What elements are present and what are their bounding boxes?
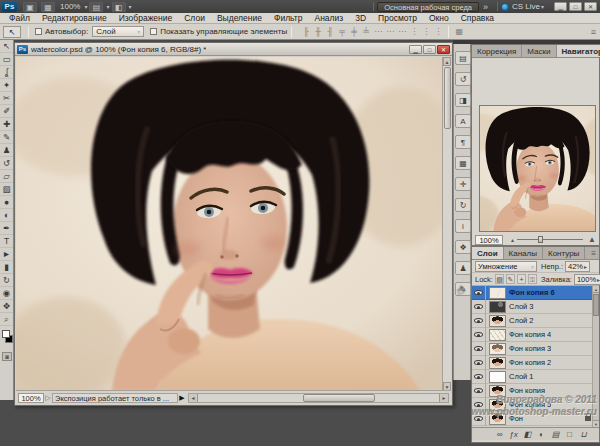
menu-item[interactable]: Редактирование (36, 13, 113, 24)
align-right-icon[interactable]: ╢ (325, 26, 335, 37)
lock-all-icon[interactable]: ⚿ (528, 274, 537, 284)
menu-item[interactable]: Файл (3, 13, 36, 24)
app-maximize-button[interactable]: □ (569, 2, 582, 11)
history-brush-tool[interactable]: ↺ (0, 157, 13, 170)
info-panel-icon[interactable]: i (455, 219, 471, 233)
fill-field[interactable]: 100% ▸ (574, 274, 600, 285)
orbit-3d-tool[interactable]: ◉ (0, 287, 13, 300)
mini-bridge-panel-icon[interactable]: ▤ (455, 51, 471, 65)
menu-item[interactable]: Анализ (309, 13, 350, 24)
link-layers-icon[interactable]: ∞ (494, 430, 505, 439)
rotate-view-panel-icon[interactable]: ↻ (455, 198, 471, 212)
tool-presets-panel-icon[interactable]: ✛ (455, 177, 471, 191)
panel-menu-icon[interactable]: ≡ (588, 247, 599, 259)
layer-row[interactable]: Фон копия 3 (472, 342, 599, 356)
quick-mask-button[interactable]: ◙ (2, 352, 12, 361)
status-menu-arrow[interactable]: ▶ (178, 394, 186, 402)
distribute-bottom-icon[interactable]: ⋯ (397, 26, 407, 37)
marquee-tool[interactable]: ▭ (0, 53, 13, 66)
delete-layer-icon[interactable]: ⊔ (578, 430, 589, 439)
layer-row[interactable]: Фон копия 6 (472, 286, 599, 300)
foreground-color-swatch[interactable] (2, 330, 10, 338)
layer-thumbnail[interactable] (489, 343, 506, 355)
brush-tool[interactable]: ✎ (0, 131, 13, 144)
doc-minimize-button[interactable]: ▁ (409, 45, 422, 54)
doc-close-button[interactable]: ✕ (437, 45, 450, 54)
menu-item[interactable]: Слои (178, 13, 211, 24)
clone-source-panel-icon[interactable]: ♟ (455, 261, 471, 275)
launch-bridge-icon[interactable]: ▣ (23, 2, 37, 12)
auto-align-layers-icon[interactable]: ▦ (454, 26, 464, 37)
menu-item[interactable]: Изображение (113, 13, 179, 24)
scroll-down-arrow[interactable]: ▼ (593, 420, 599, 427)
lock-position-icon[interactable]: + (517, 274, 526, 284)
zoom-slider[interactable] (517, 239, 583, 240)
history-panel-icon[interactable]: ↺ (455, 72, 471, 86)
path-selection-tool[interactable]: ► (0, 248, 13, 261)
pen-tool[interactable]: ✒ (0, 222, 13, 235)
distribute-v-center-icon[interactable]: ⋯ (385, 26, 395, 37)
status-menu-icon[interactable]: ▷ (44, 394, 52, 402)
vertical-scrollbar[interactable]: ▲ ▼ (442, 57, 451, 391)
layer-row[interactable]: Слой 1 (472, 370, 599, 384)
quick-selection-tool[interactable]: ✦ (0, 79, 13, 92)
menu-item[interactable]: Фильтр (268, 13, 309, 24)
horizontal-scrollbar[interactable]: ◄ ► (188, 393, 449, 403)
zoom-tool[interactable]: ⌕ (0, 313, 13, 326)
visibility-toggle[interactable] (472, 286, 486, 300)
zoom-slider-thumb[interactable] (538, 236, 543, 243)
layer-thumbnail[interactable] (489, 371, 506, 383)
visibility-toggle[interactable] (472, 328, 486, 342)
menu-item[interactable]: Просмотр (372, 13, 423, 24)
panel-tab[interactable]: Коррекция (472, 45, 522, 57)
view-extras-icon[interactable]: ▦ (41, 2, 55, 12)
layer-thumbnail[interactable] (489, 329, 506, 341)
healing-brush-tool[interactable]: ✚ (0, 118, 13, 131)
layer-thumbnail[interactable] (489, 301, 506, 313)
panel-tab[interactable]: Маски (522, 45, 556, 57)
move-tool[interactable]: ↖ (0, 40, 13, 53)
clone-stamp-tool[interactable]: ♟ (0, 144, 13, 157)
align-v-center-icon[interactable]: ╪ (349, 26, 359, 37)
zoom-level-field[interactable]: 100% (60, 2, 80, 11)
distribute-left-icon[interactable]: ⋮ (409, 26, 419, 37)
blend-mode-dropdown[interactable]: Умножение ▾ (475, 261, 537, 272)
visibility-toggle[interactable] (472, 370, 486, 384)
panel-tab[interactable]: Слои (472, 247, 504, 259)
eraser-tool[interactable]: ▱ (0, 170, 13, 183)
rotate-3d-tool[interactable]: ↻ (0, 274, 13, 287)
dodge-tool[interactable]: ◐ (0, 209, 13, 222)
scroll-left-arrow[interactable]: ◄ (189, 394, 198, 402)
add-layer-mask-icon[interactable]: ◧ (522, 430, 533, 439)
lasso-tool[interactable]: ʆ (0, 66, 13, 79)
new-layer-icon[interactable]: □ (564, 430, 575, 439)
layer-thumbnail[interactable] (489, 357, 506, 369)
canvas-area[interactable] (16, 57, 444, 391)
layer-thumbnail[interactable] (489, 315, 506, 327)
layer-row[interactable]: Фон копия 2 (472, 356, 599, 370)
hand-tool[interactable]: ✥ (0, 300, 13, 313)
menu-item[interactable]: Справка (455, 13, 500, 24)
type-tool[interactable]: T (0, 235, 13, 248)
scrollbar-thumb[interactable] (444, 67, 451, 129)
scroll-right-arrow[interactable]: ► (439, 394, 448, 402)
distribute-top-icon[interactable]: ⋯ (373, 26, 383, 37)
opacity-field[interactable]: 42% ▸ (565, 261, 590, 272)
visibility-toggle[interactable] (472, 384, 486, 398)
menu-item[interactable]: 3D (349, 13, 372, 24)
visibility-toggle[interactable] (472, 342, 486, 356)
autoselect-dropdown[interactable]: Слой ▾ (92, 26, 144, 37)
blur-tool[interactable]: ● (0, 196, 13, 209)
visibility-toggle[interactable] (472, 300, 486, 314)
align-top-icon[interactable]: ╤ (337, 26, 347, 37)
layer-row[interactable]: Слой 2 (472, 314, 599, 328)
distribute-h-center-icon[interactable]: ⋮ (421, 26, 431, 37)
align-left-icon[interactable]: ╟ (301, 26, 311, 37)
align-h-center-icon[interactable]: ╫ (313, 26, 323, 37)
zoom-in-icon[interactable]: ▲ (588, 235, 596, 244)
eyedropper-tool[interactable]: ✐ (0, 105, 13, 118)
arrange-documents-icon[interactable]: ▤ (89, 2, 103, 12)
app-close-button[interactable]: ✕ (584, 2, 597, 11)
layer-row[interactable]: Слой 3 (472, 300, 599, 314)
menu-item[interactable]: Выделение (211, 13, 268, 24)
